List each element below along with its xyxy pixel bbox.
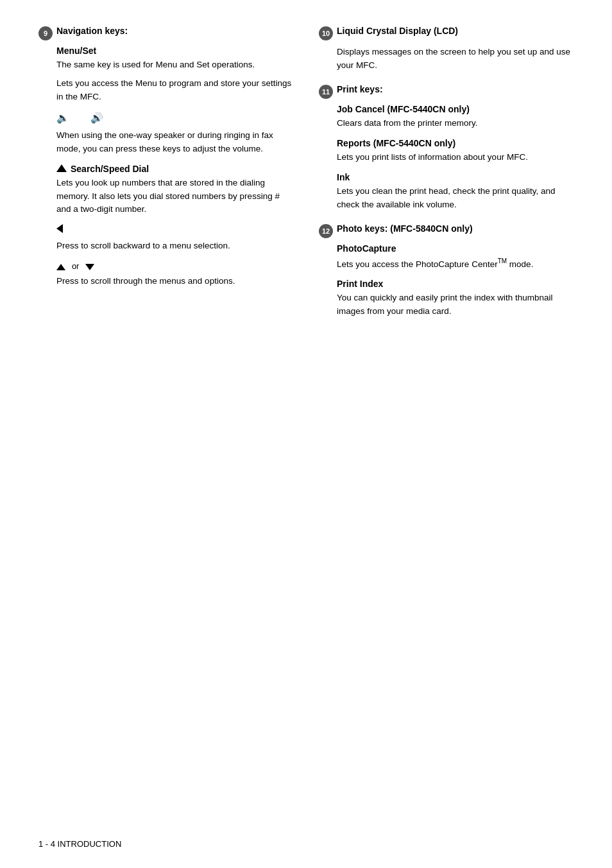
speaker-subsection: When using the one-way speaker or during…	[56, 129, 293, 156]
search-speed-dial-text: Lets you look up numbers that are stored…	[56, 177, 293, 217]
menu-set-subsection: Menu/Set The same key is used for Menu a…	[56, 46, 293, 104]
tm-superscript: TM	[498, 257, 507, 265]
search-speed-dial-title: Search/Speed Dial	[56, 164, 293, 174]
down-arrow-icon	[85, 264, 94, 270]
print-index-subsection: Print Index You can quickly and easily p…	[337, 279, 574, 318]
search-triangle-icon	[56, 164, 68, 172]
menu-set-title: Menu/Set	[56, 46, 293, 56]
left-arrow-icon	[56, 224, 293, 236]
speaker-icons: 🔈 🔊	[56, 112, 293, 124]
up-arrow-icon	[56, 264, 65, 270]
right-column: 10 Liquid Crystal Display (LCD) Displays…	[319, 26, 574, 330]
section-11-title: Print keys:	[337, 84, 383, 94]
section-9-header: 9 Navigation keys:	[38, 26, 293, 40]
lcd-text: Displays messages on the screen to help …	[337, 46, 574, 73]
job-cancel-subsection: Job Cancel (MFC-5440CN only) Clears data…	[337, 104, 574, 130]
photocapture-title: PhotoCapture	[337, 243, 574, 254]
scroll-menus-text: Press to scroll through the menus and op…	[56, 275, 293, 288]
section-10-header: 10 Liquid Crystal Display (LCD)	[319, 26, 574, 40]
speaker-high-icon: 🔊	[90, 112, 108, 123]
section-10-title: Liquid Crystal Display (LCD)	[337, 26, 458, 36]
scroll-backward-text: Press to scroll backward to a menu selec…	[56, 239, 293, 253]
up-down-arrows: or	[56, 261, 293, 271]
ink-text: Lets you clean the print head, check the…	[337, 185, 574, 212]
section-12: 12 Photo keys: (MFC-5840CN only) PhotoCa…	[319, 223, 574, 318]
section-10-body: Displays messages on the screen to help …	[337, 46, 574, 73]
photocapture-text: Lets you access the PhotoCapture CenterT…	[337, 256, 574, 271]
job-cancel-text: Clears data from the printer memory.	[337, 117, 574, 130]
print-index-text: You can quickly and easily print the ind…	[337, 291, 574, 318]
ink-title: Ink	[337, 172, 574, 182]
section-11: 11 Print keys: Job Cancel (MFC-5440CN on…	[319, 84, 574, 212]
menu-set-text-2: Lets you access the Menu to program and …	[56, 77, 293, 104]
section-11-header: 11 Print keys:	[319, 84, 574, 99]
speaker-low-icon: 🔈	[56, 112, 74, 123]
scroll-menus-subsection: Press to scroll through the menus and op…	[56, 275, 293, 288]
photocapture-subsection: PhotoCapture Lets you access the PhotoCa…	[337, 243, 574, 271]
page: 9 Navigation keys: Menu/Set The same key…	[0, 0, 612, 868]
or-label: or	[72, 261, 80, 271]
section-9: 9 Navigation keys: Menu/Set The same key…	[38, 26, 293, 288]
reports-text: Lets you print lists of information abou…	[337, 151, 574, 164]
section-10: 10 Liquid Crystal Display (LCD) Displays…	[319, 26, 574, 73]
section-11-number: 11	[319, 85, 333, 99]
section-9-number: 9	[38, 26, 53, 40]
job-cancel-title: Job Cancel (MFC-5440CN only)	[337, 104, 574, 114]
print-index-title: Print Index	[337, 279, 574, 289]
search-speed-dial-subsection: Search/Speed Dial Lets you look up numbe…	[56, 164, 293, 217]
reports-subsection: Reports (MFC-5440CN only) Lets you print…	[337, 138, 574, 164]
page-footer: 1 - 4 INTRODUCTION	[38, 839, 121, 849]
section-9-title: Navigation keys:	[56, 26, 128, 36]
menu-set-text-1: The same key is used for Menu and Set op…	[56, 58, 293, 72]
ink-subsection: Ink Lets you clean the print head, check…	[337, 172, 574, 212]
scroll-backward-subsection: Press to scroll backward to a menu selec…	[56, 239, 293, 253]
speaker-text: When using the one-way speaker or during…	[56, 129, 293, 156]
reports-title: Reports (MFC-5440CN only)	[337, 138, 574, 148]
section-12-title: Photo keys: (MFC-5840CN only)	[337, 223, 473, 234]
section-10-number: 10	[319, 26, 333, 40]
section-12-header: 12 Photo keys: (MFC-5840CN only)	[319, 223, 574, 238]
left-column: 9 Navigation keys: Menu/Set The same key…	[38, 26, 293, 330]
section-12-number: 12	[319, 224, 333, 238]
